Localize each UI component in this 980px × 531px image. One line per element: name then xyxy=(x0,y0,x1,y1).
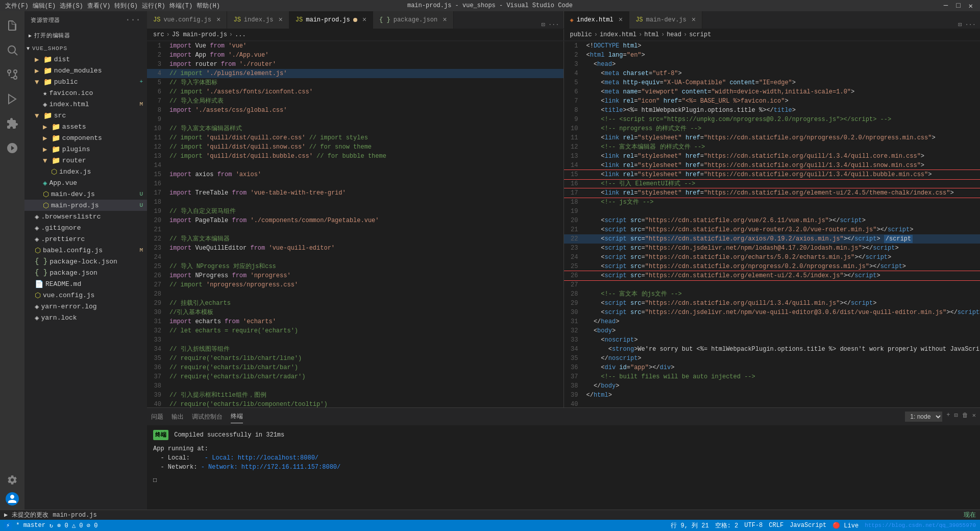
menu-view[interactable]: 查看(V) xyxy=(87,2,111,10)
tab-icon-js: JS xyxy=(153,16,160,23)
project-section[interactable]: ▼ VUE_SHOPS xyxy=(24,43,147,54)
sidebar-item-plugins[interactable]: ▶ 📁 plugins xyxy=(24,143,147,155)
split-icon[interactable]: ⊡ xyxy=(542,21,545,29)
tab-vue-config[interactable]: JS vue.config.js × xyxy=(147,11,227,29)
code-line-1: 1 import Vue from 'vue' xyxy=(147,41,564,51)
add-terminal-icon[interactable]: + xyxy=(946,412,950,422)
sidebar-item-yarn-error[interactable]: ◈ yarn-error.log xyxy=(24,301,147,312)
menu-terminal[interactable]: 终端(T) xyxy=(169,2,193,10)
menu-help[interactable]: 帮助(H) xyxy=(197,2,220,10)
panel-tab-debug[interactable]: 调试控制台 xyxy=(192,411,223,423)
sidebar-item-vue-config[interactable]: ⬡ vue.config.js xyxy=(24,289,147,301)
git-branch[interactable]: * master xyxy=(16,522,45,529)
expand-icon[interactable]: ▶ xyxy=(4,511,8,519)
menu-select[interactable]: 选择(S) xyxy=(60,2,83,10)
menu-run[interactable]: 运行(R) xyxy=(142,2,165,10)
avatar[interactable] xyxy=(6,492,19,505)
sidebar-item-readme[interactable]: 📄 README.md xyxy=(24,278,147,289)
network-url[interactable]: - Network: http://172.16.111.157:8080/ xyxy=(201,464,341,471)
menu-goto[interactable]: 转到(G) xyxy=(114,2,138,10)
open-editors-section[interactable]: ▶ 打开的编辑器 xyxy=(24,30,147,41)
activity-debug[interactable] xyxy=(0,87,24,111)
minimize-button[interactable]: ─ xyxy=(942,2,950,10)
rcode-line-39: 39 </html> xyxy=(564,391,981,400)
sidebar-item-public[interactable]: ▼ 📁 public + xyxy=(24,76,147,87)
sidebar-item-components[interactable]: ▶ 📁 components xyxy=(24,132,147,143)
code-line-14: 14 xyxy=(147,161,564,170)
spaces-info[interactable]: 空格: 2 xyxy=(715,521,739,530)
sidebar-item-dist[interactable]: ▶ 📁 dist xyxy=(24,54,147,65)
sidebar-item-browserslistrc[interactable]: ◈ .browserslistrc xyxy=(24,211,147,222)
line-ending-info[interactable]: CRLF xyxy=(769,522,783,529)
menu-edit[interactable]: 编辑(E) xyxy=(33,2,56,10)
sidebar-item-package-json[interactable]: { } package.json xyxy=(24,267,147,278)
sidebar-item-node-modules[interactable]: ▶ 📁 node_modules xyxy=(24,65,147,76)
rcode-line-3: 3 <head> xyxy=(564,60,981,69)
errors-status[interactable]: ⊗ 0 △ 0 ⊘ 0 xyxy=(57,522,97,529)
sidebar-badge-u: U xyxy=(139,191,143,197)
terminal-network: - Network: - Network: http://172.16.111.… xyxy=(153,463,974,472)
panel-node-selector[interactable]: 1: node xyxy=(905,412,942,422)
close-icon2[interactable]: × xyxy=(278,16,282,24)
close-button[interactable]: ✕ xyxy=(967,2,975,10)
code-line-31: 31 import echarts from 'echarts' xyxy=(147,317,564,326)
right-code-container[interactable]: 1 <!DOCTYPE html> 2 <html lang="en"> 3 < xyxy=(564,41,981,407)
activity-source-control[interactable] xyxy=(0,62,24,87)
code-line-28: 28 xyxy=(147,289,564,299)
close-icon6[interactable]: × xyxy=(692,16,696,24)
trash-icon[interactable]: 🗑 xyxy=(962,412,968,422)
panel-tab-terminal[interactable]: 终端 xyxy=(231,410,243,423)
sidebar-item-package-lock[interactable]: { } package-lock.json xyxy=(24,256,147,267)
activity-extensions[interactable] xyxy=(0,111,24,136)
more-icon[interactable]: ··· xyxy=(548,21,559,29)
live-share[interactable]: 🔴 Live xyxy=(832,522,859,529)
sidebar-item-app-vue[interactable]: ◈ App.vue xyxy=(24,177,147,188)
sidebar-item-gitignore[interactable]: ◈ .gitignore xyxy=(24,222,147,233)
terminal-content[interactable]: 终端 Compiled successfully in 321ms App ru… xyxy=(147,426,980,510)
split-terminal-icon[interactable]: ⊡ xyxy=(954,412,958,422)
activity-search[interactable] xyxy=(0,38,24,62)
sidebar-item-src[interactable]: ▼ 📁 src xyxy=(24,110,147,121)
left-code-container[interactable]: 1 import Vue from 'vue' 2 import App fro… xyxy=(147,41,564,407)
language-info[interactable]: JavaScript xyxy=(790,522,826,529)
split-icon2[interactable]: ⊡ xyxy=(958,21,962,29)
sidebar-item-main-dev[interactable]: ⬡ main-dev.js U xyxy=(24,188,147,200)
sidebar-item-main-prod[interactable]: ⬡ main-prod.js U xyxy=(24,200,147,211)
activity-files[interactable] xyxy=(0,13,24,38)
sidebar-item-router-index[interactable]: ⬡ index.js xyxy=(24,166,147,177)
panel-tab-output[interactable]: 输出 xyxy=(172,411,184,423)
activity-remote[interactable] xyxy=(0,136,24,160)
panel-tab-issues[interactable]: 问题 xyxy=(151,411,163,423)
encoding-info[interactable]: UTF-8 xyxy=(744,522,763,529)
close-panel-icon[interactable]: ✕ xyxy=(972,412,976,422)
sidebar-item-router[interactable]: ▼ 📁 router xyxy=(24,155,147,166)
csdn-link[interactable]: https://blog.csdn.net/qq_39055970 xyxy=(865,522,976,528)
sidebar-item-yarn-lock[interactable]: ◈ yarn.lock xyxy=(24,312,147,323)
sidebar-item-index-html[interactable]: ◈ index.html M xyxy=(24,99,147,110)
remote-icon[interactable]: ⚡ xyxy=(4,522,12,529)
tab-index-js[interactable]: JS index.js × xyxy=(227,11,289,29)
close-icon[interactable]: × xyxy=(216,16,220,24)
tab-index-html[interactable]: ◈ index.html × xyxy=(564,11,630,29)
maximize-button[interactable]: □ xyxy=(954,2,962,10)
close-icon3[interactable]: × xyxy=(362,16,366,24)
sync-icon[interactable]: ↻ xyxy=(50,522,53,529)
changes-file: main-prod.js xyxy=(53,512,96,519)
close-icon5[interactable]: × xyxy=(619,16,623,24)
svg-point-0 xyxy=(8,46,15,53)
activity-settings[interactable] xyxy=(0,468,24,492)
sidebar-more[interactable]: ··· xyxy=(126,15,141,25)
tab-main-dev[interactable]: JS main-dev.js × xyxy=(629,11,702,29)
local-url[interactable]: - Local: http://localhost:8080/ xyxy=(205,454,318,462)
rcode-line-17: 17 <link rel="stylesheet" href="https://… xyxy=(564,188,981,198)
close-icon4[interactable]: × xyxy=(443,16,447,24)
sidebar-item-favicon[interactable]: ★ favicon.ico xyxy=(24,87,147,99)
tab-package-json[interactable]: { } package.json × xyxy=(373,11,453,29)
sidebar-item-prettierrc[interactable]: ◈ .prettierrc xyxy=(24,233,147,245)
tab-label: main-dev.js xyxy=(646,16,687,23)
sidebar-item-assets[interactable]: ▶ 📁 assets xyxy=(24,121,147,132)
more-icon2[interactable]: ··· xyxy=(965,21,976,29)
tab-main-prod[interactable]: JS main-prod.js × xyxy=(289,11,373,29)
menu-file[interactable]: 文件(F) xyxy=(5,2,29,10)
sidebar-item-babel-config[interactable]: ⬡ babel.config.js M xyxy=(24,245,147,256)
